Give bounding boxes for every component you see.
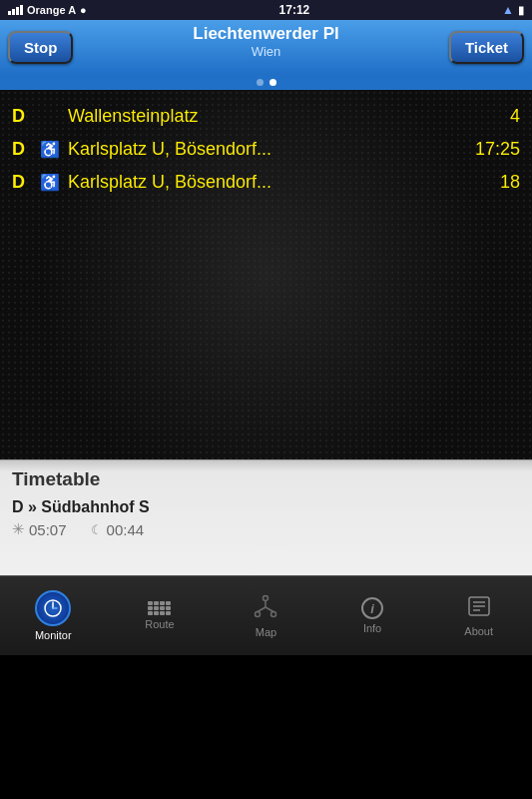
header: Stop Liechtenwerd­er Pl Wien Ticket [0,20,532,74]
carrier-label: Orange A [27,4,76,16]
departure-time: 18 [470,172,520,193]
tab-map-label: Map [256,626,276,638]
location-icon: ▲ [502,3,514,17]
city-name: Wien [193,44,338,59]
status-bar: Orange A ● 17:12 ▲ ▮ [0,0,532,20]
map-icon [253,593,278,623]
table-row[interactable]: D Wallensteinplatz 4 [0,100,532,133]
page-dot-2[interactable] [269,79,276,86]
svg-point-5 [271,612,276,617]
tab-map[interactable]: Map [213,576,319,655]
tab-monitor-label: Monitor [35,629,72,641]
tab-about[interactable]: About [425,576,532,655]
status-left: Orange A ● [8,4,87,16]
tab-about-label: About [464,625,493,637]
stop-name: Liechtenwerd­er Pl [193,24,338,44]
departure-time: 17:25 [470,139,520,160]
ticket-button[interactable]: Ticket [449,31,524,64]
time-label: 17:12 [279,3,310,17]
tab-bar: Monitor Route Map i Info [0,575,532,655]
timetable-route: D » Südbahnhof S [12,498,520,516]
svg-point-3 [264,596,268,601]
accessible-icon: ♿ [40,173,60,192]
accessible-icon: ♿ [40,140,60,159]
status-right: ▲ ▮ [502,3,524,17]
about-icon [467,594,491,622]
line-label: D [12,172,32,193]
departure-time: 4 [470,106,520,127]
svg-line-7 [258,607,266,612]
tab-info[interactable]: i Info [319,576,426,655]
line-label: D [12,106,32,127]
svg-line-8 [266,607,273,612]
tab-route[interactable]: Route [107,576,214,655]
page-dot-1[interactable] [257,79,264,86]
timetable-section: Timetable D » Südbahnhof S ✳ 05:07 ☾ 00:… [0,459,532,575]
header-title-block: Liechtenwerd­er Pl Wien [193,24,338,59]
sun-time: 05:07 [29,521,67,538]
wifi-icon: ● [80,4,87,16]
tab-route-label: Route [145,618,174,630]
svg-point-4 [256,612,261,617]
moon-time: 00:44 [107,521,145,538]
battery-icon: ▮ [518,4,524,17]
tab-info-label: Info [363,622,381,634]
departure-list: D Wallensteinplatz 4 D ♿ Karlsplatz U, B… [0,90,532,209]
tab-monitor[interactable]: Monitor [0,576,107,655]
page-dots [0,74,532,90]
moon-time-entry: ☾ 00:44 [91,520,145,538]
main-content: D Wallensteinplatz 4 D ♿ Karlsplatz U, B… [0,90,532,459]
info-icon: i [361,597,383,619]
line-label: D [12,139,32,160]
stop-button[interactable]: Stop [8,31,73,64]
monitor-icon [35,590,71,626]
table-row[interactable]: D ♿ Karlsplatz U, Bösendorf... 17:25 [0,133,532,166]
timetable-title: Timetable [12,468,520,490]
table-row[interactable]: D ♿ Karlsplatz U, Bösendorf... 18 [0,166,532,199]
destination-label: Karlsplatz U, Bösendorf... [68,139,462,160]
sun-time-entry: ✳ 05:07 [12,520,67,538]
destination-label: Karlsplatz U, Bösendorf... [68,172,462,193]
destination-label: Wallensteinplatz [68,106,462,127]
signal-bars-icon [8,5,23,15]
timetable-times: ✳ 05:07 ☾ 00:44 [12,520,520,538]
route-icon [148,601,171,615]
sun-icon: ✳ [12,520,25,538]
moon-icon: ☾ [91,522,103,537]
